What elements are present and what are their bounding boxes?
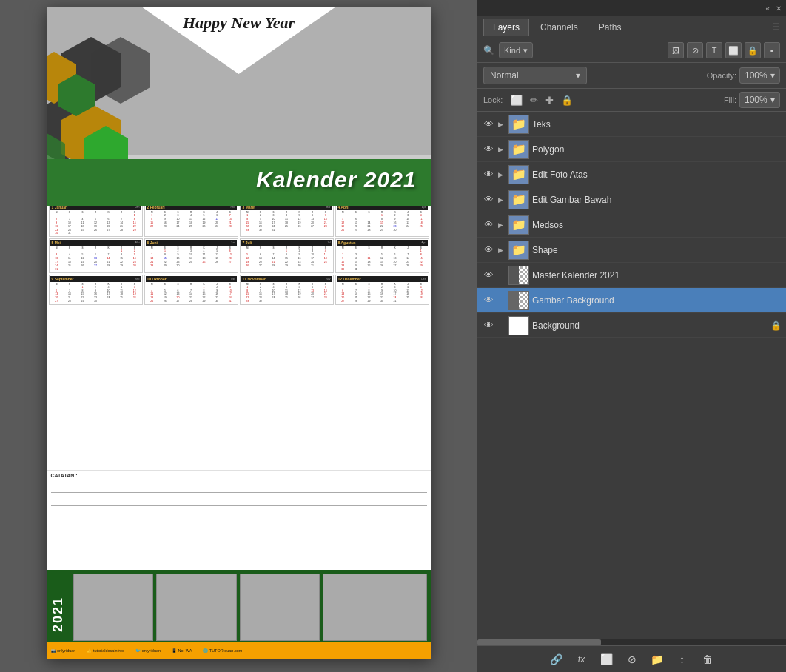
layer-expand-edit-gambar-bawah[interactable]: ▶: [498, 196, 505, 204]
layer-visibility-teks[interactable]: 👁: [482, 118, 495, 131]
photo-placeholders: [73, 574, 428, 641]
blend-mode-value: Normal: [490, 70, 519, 81]
kind-select[interactable]: Kind ▾: [499, 42, 533, 58]
lock-row: Lock: ⬜ ✏ ✚ 🔒 Fill: 100% ▾: [477, 89, 786, 112]
lock-transparent-icon[interactable]: ⬜: [508, 94, 525, 107]
layer-visibility-gambar-background[interactable]: 👁: [482, 294, 495, 307]
layer-visibility-medsos[interactable]: 👁: [482, 218, 495, 232]
close-button[interactable]: ✕: [776, 4, 782, 13]
filter-shape-icon[interactable]: ⬜: [725, 42, 742, 58]
layer-thumb-shape: 📁: [508, 241, 529, 260]
month-mei: 5 MeiMei MSSRKJS 12 3456789 101112131415…: [49, 238, 143, 272]
layer-item-edit-foto-atas[interactable]: 👁 ▶ 📁 Edit Foto Atas: [477, 162, 786, 187]
photo-placeholder-3: [240, 574, 320, 641]
layer-visibility-shape[interactable]: 👁: [482, 243, 495, 257]
layer-expand-edit-foto-atas[interactable]: ▶: [498, 171, 505, 178]
notes-section: CATATAN :: [47, 470, 431, 508]
folder-icon-edit-gambar-bawah: 📁: [509, 191, 528, 209]
fill-input[interactable]: 100% ▾: [739, 92, 780, 108]
layer-expand-teks[interactable]: ▶: [498, 121, 505, 128]
notes-line-2: [51, 493, 427, 506]
layer-item-shape[interactable]: 👁 ▶ 📁 Shape: [477, 238, 786, 263]
tab-layers[interactable]: Layers: [483, 19, 529, 36]
layer-name-edit-gambar-bawah: Edit Gambar Bawah: [532, 195, 782, 205]
green-stripe: [47, 200, 431, 206]
blend-mode-arrow: ▾: [576, 70, 580, 81]
filter-icons: 🖼 ⊘ T ⬜ 🔒 ▪: [668, 42, 780, 58]
layer-name-polygon: Polygon: [532, 144, 782, 155]
layer-name-shape: Shape: [532, 245, 782, 255]
opacity-label: Opacity:: [707, 71, 736, 80]
layer-thumb-gambar-background: [508, 291, 529, 310]
calendar-document: Happy New Year Kalender 2021: [47, 7, 431, 659]
folder-icon-edit-foto-atas: 📁: [509, 166, 528, 184]
layer-expand-medsos[interactable]: ▶: [498, 221, 505, 229]
layer-item-polygon[interactable]: 👁 ▶ 📁 Polygon: [477, 137, 786, 162]
calendar-months: 1 JanuariJan MSSRKJS 1 2345678 910111213…: [47, 200, 431, 470]
notes-line-1: [51, 480, 427, 493]
social-website: 🌐 TUTORIduan.com: [203, 648, 242, 653]
layer-thumb-master-kalender: [508, 266, 529, 285]
filter-pixel-icon[interactable]: 🖼: [668, 42, 684, 58]
month-september: 9 SeptemberSep MSSRKJS 12345 6789101112 …: [49, 275, 143, 305]
new-group-button[interactable]: 📁: [648, 650, 667, 669]
layer-item-master-kalender[interactable]: 👁 ▶ Master Kalender 2021: [477, 263, 786, 288]
tab-paths[interactable]: Paths: [589, 19, 631, 36]
fx-button[interactable]: fx: [572, 650, 591, 669]
filter-smart-icon[interactable]: 🔒: [745, 42, 761, 58]
layer-visibility-background[interactable]: 👁: [482, 319, 495, 332]
filter-type-icon[interactable]: T: [706, 42, 722, 58]
layers-list[interactable]: 👁 ▶ 📁 Teks 👁 ▶ 📁 Polygon 👁 ▶ 📁 Edit Foto…: [477, 112, 786, 639]
lock-label: Lock:: [483, 95, 503, 104]
photo-placeholder-1: [73, 574, 154, 641]
delete-layer-button[interactable]: 🗑: [698, 650, 717, 669]
collapse-button[interactable]: «: [765, 4, 770, 13]
month-november: 11 NovemberNov MSSRKJS 1234567 891011121…: [240, 275, 334, 305]
month-januari: 1 JanuariJan MSSRKJS 1 2345678 910111213…: [49, 203, 143, 237]
layer-expand-shape[interactable]: ▶: [498, 246, 505, 254]
filter-adjustment-icon[interactable]: ⊘: [687, 42, 703, 58]
layer-visibility-polygon[interactable]: 👁: [482, 143, 495, 156]
panel-titlebar: « ✕: [477, 0, 786, 16]
layer-thumb-teks: 📁: [508, 115, 529, 134]
new-layer-button[interactable]: ↕: [673, 650, 692, 669]
thumb-overlay: [509, 266, 519, 284]
opacity-input[interactable]: 100% ▾: [739, 67, 780, 84]
lock-paint-icon[interactable]: ✏: [528, 94, 540, 107]
layer-item-teks[interactable]: 👁 ▶ 📁 Teks: [477, 112, 786, 137]
layer-expand-polygon[interactable]: ▶: [498, 146, 505, 153]
layer-lock-background: 🔒: [770, 320, 782, 331]
layer-item-gambar-background[interactable]: 👁 ▶ Gambar Background: [477, 288, 786, 313]
layer-visibility-master-kalender[interactable]: 👁: [482, 269, 495, 282]
kind-label: Kind: [504, 46, 520, 55]
photo-placeholder-2: [156, 574, 237, 641]
lock-move-icon[interactable]: ✚: [543, 94, 556, 107]
opacity-arrow: ▾: [770, 70, 775, 81]
lock-all-icon[interactable]: 🔒: [559, 94, 575, 107]
layer-item-edit-gambar-bawah[interactable]: 👁 ▶ 📁 Edit Gambar Bawah: [477, 187, 786, 212]
link-layers-button[interactable]: 🔗: [547, 650, 566, 669]
panel-menu-icon[interactable]: ☰: [772, 22, 780, 33]
tab-channels[interactable]: Channels: [531, 19, 588, 36]
layer-item-background[interactable]: 👁 ▶ Background 🔒: [477, 313, 786, 338]
layer-name-master-kalender: Master Kalender 2021: [532, 270, 782, 280]
layer-item-medsos[interactable]: 👁 ▶ 📁 Medsos: [477, 212, 786, 238]
filter-toggle[interactable]: ▪: [764, 42, 780, 58]
folder-icon-medsos: 📁: [509, 216, 528, 234]
layers-panel: « ✕ Layers Channels Paths ☰ 🔍 Kind ▾ 🖼 ⊘…: [477, 0, 786, 672]
layer-thumb-edit-gambar-bawah: 📁: [508, 190, 529, 209]
lock-icons: ⬜ ✏ ✚ 🔒: [508, 94, 575, 107]
panel-tabs: Layers Channels Paths ☰: [477, 16, 786, 38]
layer-visibility-edit-gambar-bawah[interactable]: 👁: [482, 193, 495, 206]
kalender-title: Kalender 2021: [256, 167, 416, 192]
adjustment-layer-button[interactable]: ⊘: [622, 650, 642, 669]
folder-icon-teks: 📁: [509, 115, 528, 133]
scroll-indicator[interactable]: [477, 639, 786, 645]
blend-mode-select[interactable]: Normal ▾: [483, 67, 587, 84]
month-februari: 2 FebruariFeb MSSRKJS 1234567 8910111213…: [144, 203, 238, 237]
fill-group: Fill: 100% ▾: [724, 92, 780, 108]
add-mask-button[interactable]: ⬜: [597, 650, 617, 669]
scroll-thumb: [477, 639, 601, 645]
layer-visibility-edit-foto-atas[interactable]: 👁: [482, 168, 495, 181]
catatan-label: CATATAN :: [51, 473, 427, 478]
